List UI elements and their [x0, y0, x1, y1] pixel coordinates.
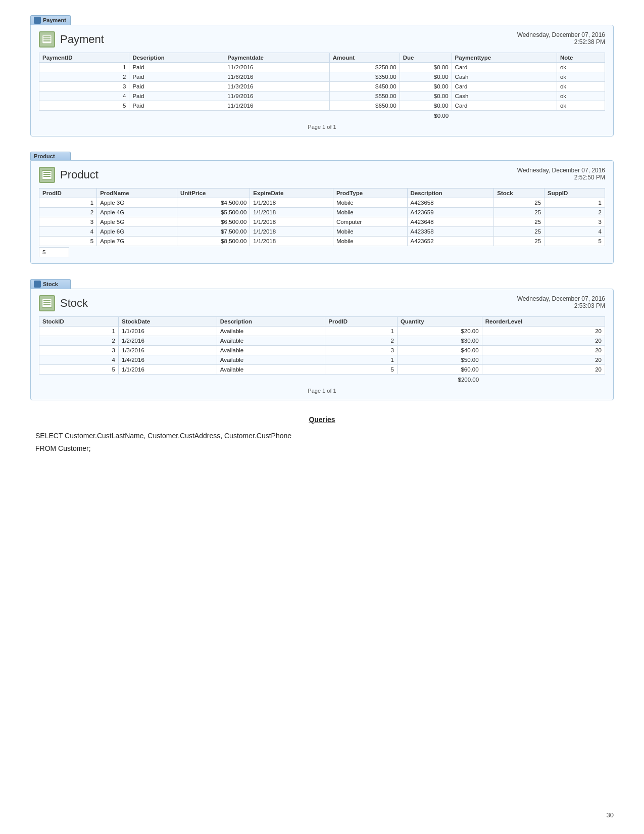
payment-desc: Paid [129, 82, 224, 91]
product-datetime: Wednesday, December 07, 2016 2:52:50 PM [517, 167, 605, 181]
prod-price: $7,500.00 [177, 227, 250, 237]
query-line-1: SELECT Customer.CustLastName, Customer.C… [35, 430, 609, 442]
payment-amount: $250.00 [329, 63, 400, 72]
stock-qty: $40.00 [397, 346, 482, 355]
col-stockid: StockID [39, 317, 119, 327]
stock-prodid: 5 [325, 365, 398, 375]
table-row: 3 Paid 11/3/2016 $450.00 $0.00 Card ok [39, 82, 605, 91]
table-row: 5 Paid 11/1/2016 $650.00 $0.00 Card ok [39, 101, 605, 111]
prod-stock: 25 [494, 208, 544, 217]
payment-type: Cash [452, 72, 557, 82]
payment-type: Card [452, 82, 557, 91]
payment-desc: Paid [129, 63, 224, 72]
payment-amount: $450.00 [329, 82, 400, 91]
stock-id: 3 [39, 346, 119, 355]
prod-type: Mobile [333, 237, 407, 246]
stock-reorder: 20 [482, 355, 605, 365]
product-panel: Product Wednesday, December 07, 2016 2:5… [30, 160, 614, 264]
payment-due: $0.00 [400, 72, 452, 82]
payment-tab-label: Payment [43, 17, 66, 23]
payment-icon-line2 [43, 38, 51, 39]
stock-date: Wednesday, December 07, 2016 [517, 295, 605, 302]
payment-page-indicator: Page 1 of 1 [39, 124, 605, 130]
prod-expire: 1/1/2018 [250, 217, 333, 227]
stock-id: 2 [39, 336, 119, 346]
payment-date: 11/1/2016 [224, 101, 329, 111]
prod-expire: 1/1/2018 [250, 237, 333, 246]
payment-type: Card [452, 101, 557, 111]
col-stockdesc: Description [217, 317, 325, 327]
stock-title-area: Stock [39, 295, 88, 311]
stock-qty: $60.00 [397, 365, 482, 375]
col-paymentdate: Paymentdate [224, 53, 329, 63]
stock-icon-line3 [43, 304, 51, 305]
prod-desc: A423659 [407, 208, 494, 217]
product-section: Product Product Wednesday, December 07, … [30, 152, 614, 264]
col-quantity: Quantity [397, 317, 482, 327]
payment-date: 11/3/2016 [224, 82, 329, 91]
payment-desc: Paid [129, 91, 224, 101]
table-row: 5 Apple 7G $8,500.00 1/1/2018 Mobile A42… [39, 237, 605, 246]
col-amount: Amount [329, 53, 400, 63]
prod-price: $6,500.00 [177, 217, 250, 227]
stock-desc: Available [217, 365, 325, 375]
payment-icon-inner [42, 35, 52, 44]
table-row: 2 Apple 4G $5,500.00 1/1/2018 Mobile A42… [39, 208, 605, 217]
prod-stock: 25 [494, 217, 544, 227]
payment-id: 1 [39, 63, 129, 72]
prod-supp: 5 [544, 237, 605, 246]
queries-title: Queries [35, 415, 609, 424]
prod-expire: 1/1/2018 [250, 227, 333, 237]
payment-id: 2 [39, 72, 129, 82]
stock-icon-line2 [43, 302, 51, 303]
payment-title-area: Payment [39, 31, 104, 48]
prod-id: 3 [39, 217, 97, 227]
prod-price: $5,500.00 [177, 208, 250, 217]
payment-total-label [39, 111, 400, 121]
stock-prodid: 1 [325, 355, 398, 365]
product-tab[interactable]: Product [30, 152, 71, 160]
prod-supp: 1 [544, 198, 605, 208]
payment-tab[interactable]: Payment [30, 15, 71, 25]
stock-desc: Available [217, 327, 325, 336]
payment-table: PaymentID Description Paymentdate Amount… [39, 53, 605, 121]
product-panel-icon [39, 167, 55, 183]
stock-panel-icon [39, 295, 55, 311]
stock-total-row: $200.00 [39, 375, 605, 385]
prod-price: $4,500.00 [177, 198, 250, 208]
prod-stock: 25 [494, 227, 544, 237]
table-row: 4 Paid 11/9/2016 $550.00 $0.00 Cash ok [39, 91, 605, 101]
product-tab-label: Product [34, 153, 55, 159]
product-icon-line2 [43, 174, 51, 175]
stock-prodid: 1 [325, 327, 398, 336]
prod-supp: 4 [544, 227, 605, 237]
payment-date: 11/2/2016 [224, 63, 329, 72]
payment-note: ok [557, 82, 605, 91]
payment-due: $0.00 [400, 101, 452, 111]
product-new-row-table: 5 [39, 247, 69, 257]
stock-section: Stock Stock Wednesday, December 07, 2016… [30, 279, 614, 400]
payment-amount: $650.00 [329, 101, 400, 111]
col-paymentid: PaymentID [39, 53, 129, 63]
payment-table-body: 1 Paid 11/2/2016 $250.00 $0.00 Card ok 2… [39, 63, 605, 111]
payment-id: 4 [39, 91, 129, 101]
prod-name: Apple 7G [97, 237, 177, 246]
prod-name: Apple 5G [97, 217, 177, 227]
payment-due: $0.00 [400, 63, 452, 72]
stock-time: 2:53:03 PM [517, 302, 605, 309]
query-line-2: FROM Customer; [35, 442, 609, 455]
stock-tab[interactable]: Stock [30, 279, 71, 289]
stock-date: 1/1/2016 [119, 365, 217, 375]
prod-type: Mobile [333, 227, 407, 237]
payment-type: Card [452, 63, 557, 72]
stock-prodid: 3 [325, 346, 398, 355]
col-due: Due [400, 53, 452, 63]
payment-total-empty [452, 111, 605, 121]
prod-price: $8,500.00 [177, 237, 250, 246]
prod-stock: 25 [494, 237, 544, 246]
payment-tab-icon [34, 17, 41, 24]
stock-id: 5 [39, 365, 119, 375]
payment-icon-line3 [43, 40, 51, 41]
col-stockdate: StockDate [119, 317, 217, 327]
table-row: 4 Apple 6G $7,500.00 1/1/2018 Mobile A42… [39, 227, 605, 237]
